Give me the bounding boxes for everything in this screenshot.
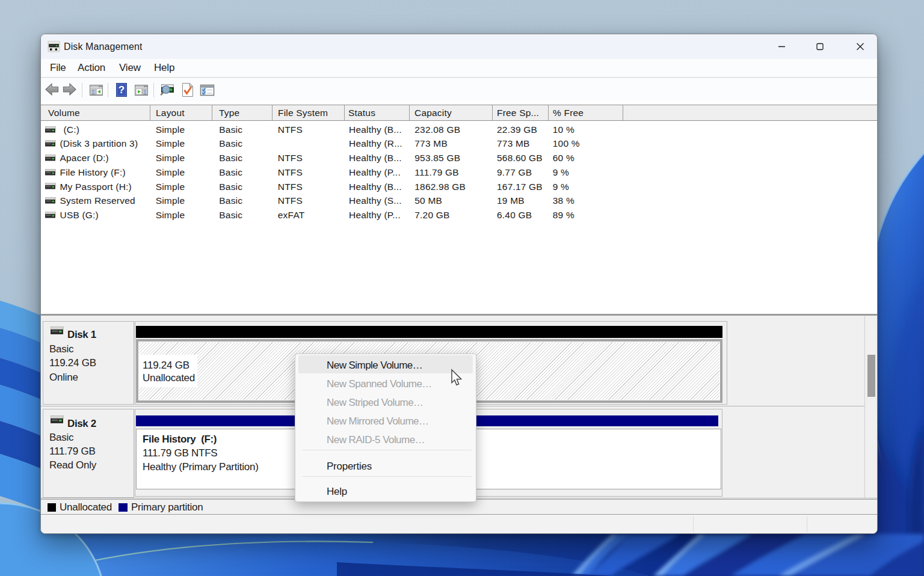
svg-text:?: ?	[119, 84, 125, 96]
